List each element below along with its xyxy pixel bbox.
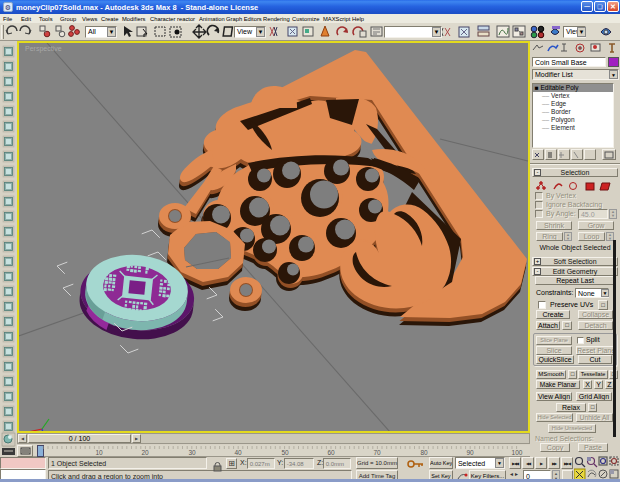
svg-text:80: 80 xyxy=(420,449,428,456)
svg-text:100: 100 xyxy=(512,449,523,456)
svg-text:60: 60 xyxy=(327,449,335,456)
svg-text:70: 70 xyxy=(373,449,381,456)
svg-text:40: 40 xyxy=(234,449,242,456)
svg-text:10: 10 xyxy=(95,449,103,456)
svg-text:Perspective: Perspective xyxy=(25,45,62,53)
svg-text:20: 20 xyxy=(141,449,149,456)
svg-text:90: 90 xyxy=(466,449,474,456)
svg-text:50: 50 xyxy=(281,449,289,456)
svg-text:30: 30 xyxy=(188,449,196,456)
